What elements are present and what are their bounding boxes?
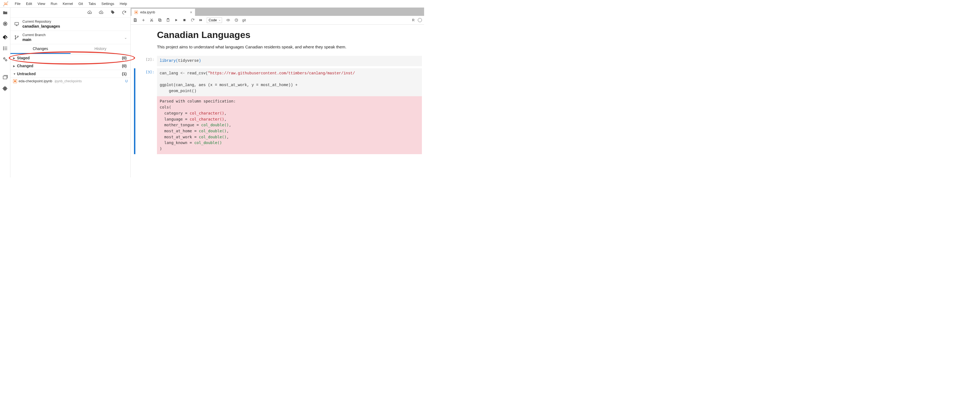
tab-history[interactable]: History [70,44,131,54]
close-icon[interactable]: × [190,10,192,14]
svg-rect-13 [15,22,19,25]
menu-bar: File Edit View Run Kernel Git Tabs Setti… [0,0,424,8]
output-line: language = [160,117,190,121]
code-token: <- [180,71,185,75]
menu-tabs[interactable]: Tabs [86,0,99,7]
output-line: cols( [160,105,171,109]
menu-git[interactable]: Git [76,0,86,7]
running-icon[interactable] [2,21,8,27]
folder-icon[interactable] [2,10,8,16]
code-token: tidyverse [178,59,199,63]
settings-gears-icon[interactable] [2,56,8,62]
menu-run[interactable]: Run [48,0,60,7]
kernel-lang: R [412,18,415,22]
code-token: read_csv( [185,71,208,75]
output-line: lang_known = [160,140,194,145]
git-icon[interactable] [2,35,8,40]
menu-view[interactable]: View [35,0,48,7]
output-token: col_character() [190,117,224,121]
menu-edit[interactable]: Edit [23,0,35,7]
repo-label: Current Repository [22,20,60,24]
notebook-file-icon [13,79,17,83]
prompt-2: [3]: [146,68,154,74]
untracked-count: (1) [122,72,128,76]
toc-icon[interactable] [2,45,8,51]
svg-point-11 [5,60,6,61]
output-token: , [226,135,229,139]
cloud-download-icon[interactable] [87,10,92,15]
branch-name: main [22,37,46,42]
add-cell-icon[interactable] [141,18,145,22]
file-name: eda-checkpoint.ipynb [19,79,52,83]
svg-point-14 [15,35,16,37]
kernel-name[interactable]: git [242,18,246,22]
output-body: Parsed with column specification: cols( … [157,96,422,154]
staged-count: (0) [122,56,128,60]
code-2-body[interactable]: can_lang <- read_csv("https://raw.github… [157,68,422,97]
notebook-body[interactable]: Canadian Languages This project aims to … [131,25,424,177]
svg-rect-17 [135,19,136,19]
menu-kernel[interactable]: Kernel [60,0,76,7]
menu-file[interactable]: File [12,0,23,7]
untracked-file-row[interactable]: eda-checkpoint.ipynb .ipynb_checkpoints … [10,78,130,84]
run-icon[interactable] [174,18,178,22]
notebook-tab[interactable]: eda.ipynb × [131,8,195,16]
clock-icon[interactable] [234,18,239,22]
untracked-label: Untracked [17,72,35,76]
branch-label: Current Branch [22,33,46,37]
tabs-icon[interactable] [2,74,8,80]
code-token: can_lang [160,71,180,75]
run-all-icon[interactable] [199,18,203,22]
tag-icon[interactable] [110,10,115,15]
cut-icon[interactable] [149,18,154,22]
output-token: col_double() [194,140,222,145]
svg-rect-12 [3,76,6,79]
menu-help[interactable]: Help [117,0,130,7]
svg-rect-7 [5,48,7,49]
code-token: ggplot(can_lang, aes (x = most_at_work, … [160,83,298,87]
repo-name: canadian_languages [22,24,60,29]
markdown-cell[interactable]: Canadian Languages This project aims to … [131,30,424,54]
svg-rect-5 [5,47,7,47]
tab-title: eda.ipynb [140,10,155,14]
svg-rect-4 [3,46,4,47]
render-icon[interactable] [226,18,230,22]
code-token: ( [176,59,178,63]
svg-rect-22 [158,19,161,21]
code-1-body[interactable]: library(tidyverse) [157,56,422,66]
extension-icon[interactable] [2,85,8,91]
svg-rect-25 [183,19,185,21]
output-token: col_double() [199,129,226,133]
cloud-upload-icon[interactable] [99,10,103,15]
menu-settings[interactable]: Settings [99,0,117,7]
svg-rect-18 [135,20,136,21]
paste-icon[interactable] [166,18,170,22]
code-cell-2[interactable]: [3]: can_lang <- read_csv("https://raw.g… [131,68,424,154]
code-token: geom_point() [160,89,196,93]
restart-icon[interactable] [190,18,195,22]
kernel-status-icon[interactable] [418,18,422,22]
code-cell-1[interactable]: [2]: library(tidyverse) [131,56,424,66]
cell-type-select[interactable]: Code [207,17,222,23]
stop-icon[interactable] [182,18,186,22]
caret-right-icon: ▶ [13,57,16,60]
current-repo[interactable]: Current Repository canadian_languages [10,17,130,31]
monitor-icon [14,22,20,27]
svg-point-16 [18,36,18,37]
save-icon[interactable] [133,18,137,22]
output-token: col_character() [190,111,224,115]
section-staged[interactable]: ▶ Staged (0) [10,54,130,62]
staged-label: Staged [17,56,30,60]
section-untracked[interactable]: ▼ Untracked (1) [10,70,130,78]
copy-icon[interactable] [158,18,162,22]
notebook-toolbar: Code git R [131,16,424,25]
file-path: .ipynb_checkpoints [54,79,82,83]
output-line: most_at_home = [160,129,199,133]
refresh-icon[interactable] [122,10,127,15]
activity-bar [0,8,10,177]
tab-changes[interactable]: Changes [10,44,70,54]
current-branch[interactable]: Current Branch main ⌄ [10,31,130,44]
changed-label: Changed [17,64,33,68]
section-changed[interactable]: ▶ Changed (0) [10,62,130,70]
active-cell-bar [134,68,135,154]
